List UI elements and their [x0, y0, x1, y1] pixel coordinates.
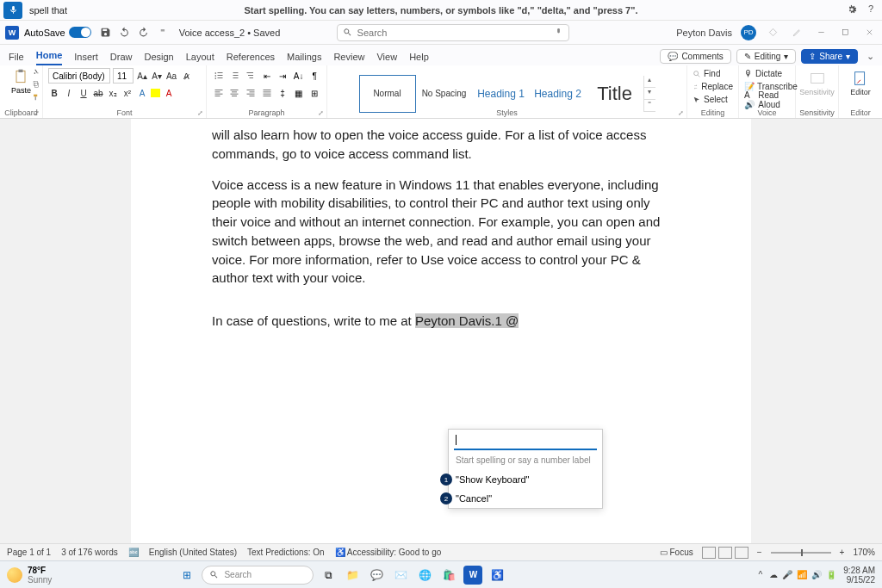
sort-icon[interactable]: A↓ [292, 69, 306, 83]
wifi-icon[interactable]: 📶 [797, 570, 807, 579]
text-effects-icon[interactable]: A [136, 86, 148, 100]
toggle-on-icon[interactable] [69, 27, 91, 38]
shading-icon[interactable]: ▦ [292, 86, 306, 100]
comments-button[interactable]: 💬 Comments [660, 49, 730, 64]
avatar[interactable]: PD [741, 25, 756, 40]
font-name-select[interactable]: Calibri (Body) [48, 68, 110, 84]
editing-mode-button[interactable]: ✎ Editing ▾ [736, 49, 797, 64]
clear-format-icon[interactable]: A̷ [180, 69, 192, 83]
pilcrow-icon[interactable]: ¶ [307, 69, 321, 83]
status-page[interactable]: Page 1 of 1 [7, 548, 51, 557]
find-button[interactable]: Find [693, 67, 733, 80]
styles-launcher-icon[interactable]: ⤢ [678, 109, 684, 117]
undo-icon[interactable] [119, 27, 131, 39]
decrease-indent-icon[interactable]: ⇤ [260, 69, 274, 83]
numbering-icon[interactable] [228, 69, 242, 83]
sensitivity-icon[interactable] [808, 69, 827, 88]
tab-references[interactable]: References [227, 52, 275, 65]
read-aloud-button[interactable]: A🔊 Read Aloud [744, 93, 790, 106]
replace-button[interactable]: Replace [693, 80, 733, 93]
align-center-icon[interactable] [228, 86, 242, 100]
zoom-level[interactable]: 170% [853, 548, 875, 557]
paste-button[interactable]: Paste [11, 67, 31, 95]
style-normal[interactable]: Normal [359, 75, 416, 113]
multilevel-icon[interactable] [244, 69, 258, 83]
document-area[interactable]: will also learn how to open the voice ac… [0, 119, 882, 543]
style-heading1[interactable]: Heading 1 [473, 75, 530, 113]
align-left-icon[interactable] [212, 86, 226, 100]
italic-button[interactable]: I [63, 86, 75, 100]
redo-icon[interactable] [138, 27, 150, 39]
zoom-out-icon[interactable]: − [757, 548, 762, 557]
edge-icon[interactable]: 🌐 [415, 566, 434, 585]
diamond-icon[interactable] [765, 25, 780, 40]
battery-icon[interactable]: 🔋 [826, 570, 836, 579]
pen-icon[interactable] [789, 25, 804, 40]
search-box[interactable] [337, 24, 569, 41]
accessibility-icon[interactable]: ♿ [488, 566, 506, 585]
tab-file[interactable]: File [9, 52, 24, 65]
gear-icon[interactable] [846, 3, 858, 17]
collapse-ribbon-icon[interactable]: ⌄ [863, 51, 877, 62]
minimize-icon[interactable] [813, 25, 829, 40]
tab-design[interactable]: Design [144, 52, 173, 65]
tab-home[interactable]: Home [36, 50, 63, 65]
start-icon[interactable]: ⊞ [177, 566, 196, 585]
autosave-toggle[interactable]: AutoSave [24, 27, 91, 38]
line-spacing-icon[interactable]: ‡ [276, 86, 289, 100]
select-button[interactable]: Select [693, 93, 733, 106]
highlight-icon[interactable] [151, 89, 160, 97]
shrink-font-icon[interactable]: A▾ [151, 69, 163, 83]
tab-help[interactable]: Help [409, 52, 429, 65]
chat-icon[interactable]: 💬 [367, 566, 386, 585]
borders-icon[interactable]: ⊞ [307, 86, 321, 100]
document-title[interactable]: Voice access_2 • Saved [179, 28, 281, 38]
mail-icon[interactable]: ✉️ [391, 566, 410, 585]
status-language[interactable]: English (United States) [149, 548, 237, 557]
paragraph-3[interactable]: In case of questions, write to me at Pey… [212, 312, 670, 331]
paragraph-2[interactable]: Voice access is a new feature in Windows… [212, 176, 670, 288]
clock[interactable]: 9:28 AM 9/15/22 [843, 566, 875, 585]
taskbar-search[interactable]: Search [202, 566, 314, 585]
paragraph-1[interactable]: will also learn how to open the voice ac… [212, 126, 670, 164]
mic-icon[interactable] [3, 2, 22, 19]
clipboard-launcher-icon[interactable]: ⤢ [34, 109, 40, 117]
bold-button[interactable]: B [48, 86, 60, 100]
status-accessibility[interactable]: ♿ Accessibility: Good to go [335, 548, 442, 557]
search-input[interactable] [357, 28, 549, 38]
onedrive-icon[interactable]: ☁ [769, 570, 778, 579]
bullets-icon[interactable] [212, 69, 226, 83]
mic-tray-icon[interactable]: 🎤 [782, 570, 792, 579]
strike-button[interactable]: ab [92, 86, 104, 100]
chevron-up-icon[interactable]: ^ [759, 570, 763, 579]
focus-button[interactable]: ▭ Focus [660, 548, 693, 557]
tab-layout[interactable]: Layout [186, 52, 214, 65]
style-heading2[interactable]: Heading 2 [530, 75, 587, 113]
style-title[interactable]: Title [587, 75, 643, 113]
close-icon[interactable] [861, 25, 877, 40]
tab-view[interactable]: View [376, 52, 397, 65]
cut-icon[interactable] [32, 67, 40, 77]
grow-font-icon[interactable]: A▴ [136, 69, 148, 83]
spelling-input[interactable] [454, 433, 597, 450]
change-case-icon[interactable]: Aa [165, 69, 177, 83]
dictate-button[interactable]: 🎙 Dictate [744, 67, 790, 80]
qat-dropdown-icon[interactable]: ⁼ [157, 27, 169, 39]
tab-review[interactable]: Review [333, 52, 364, 65]
superscript-button[interactable]: x² [121, 86, 134, 100]
align-right-icon[interactable] [244, 86, 258, 100]
user-name[interactable]: Peyton Davis [676, 28, 732, 38]
status-words[interactable]: 3 of 176 words [61, 548, 118, 557]
font-color-icon[interactable]: A [163, 86, 175, 100]
font-size-select[interactable]: 11 [113, 68, 134, 84]
font-launcher-icon[interactable]: ⤢ [197, 109, 203, 117]
editor-icon[interactable] [851, 69, 870, 88]
explorer-icon[interactable]: 📁 [343, 566, 362, 585]
paragraph-launcher-icon[interactable]: ⤢ [318, 109, 324, 117]
help-icon[interactable]: ? [868, 3, 873, 17]
tab-mailings[interactable]: Mailings [287, 52, 321, 65]
task-view-icon[interactable]: ⧉ [319, 566, 338, 585]
save-icon[interactable] [100, 27, 112, 39]
tab-draw[interactable]: Draw [110, 52, 133, 65]
mic-icon[interactable] [554, 28, 563, 37]
